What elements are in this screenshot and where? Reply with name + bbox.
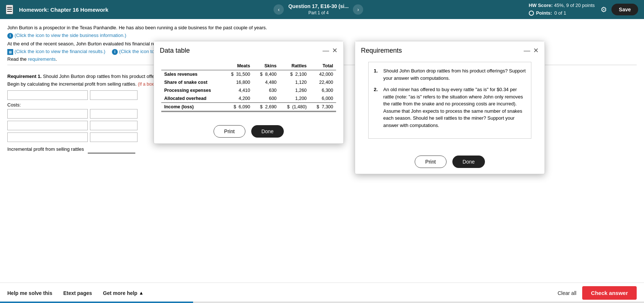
row-meats: 16,800 [223, 78, 253, 86]
data-table-title: Data table [160, 47, 190, 55]
cost-input-1b[interactable] [90, 109, 138, 119]
req-text-2: An old miner has offered to buy every ra… [383, 86, 526, 129]
cost-input-1a[interactable] [7, 109, 88, 119]
intro-paragraph: John Burton is a prospector in the Texas… [7, 25, 637, 30]
requirements-link[interactable]: requirements [28, 56, 56, 62]
incremental-value-input[interactable] [88, 144, 135, 154]
requirements-panel: Requirements — ✕ 1. Should John Burton d… [355, 41, 545, 174]
col-header-label [161, 62, 223, 70]
row-skins: $ 8,400 [253, 70, 279, 79]
list-item: 1. Should John Burton drop rattles from … [374, 67, 526, 82]
row-label: Income (loss) [161, 103, 223, 112]
question-title: Question 17, E16-30 (si... [288, 3, 349, 10]
data-table-print-button[interactable]: Print [214, 125, 245, 138]
row-meats: $ 31,500 [223, 70, 253, 79]
row-rattles: 1,200 [279, 94, 309, 103]
data-table-content: Meats Skins Rattles Total Sales revenues… [154, 58, 343, 119]
gear-icon[interactable]: ⚙ [600, 5, 607, 14]
requirements-done-button[interactable]: Done [452, 156, 485, 168]
cost-input-2a[interactable] [7, 121, 88, 130]
req-text-1: Should John Burton drop rattles from his… [383, 67, 526, 82]
financial-results-link[interactable]: (Click the icon to view the financial re… [15, 49, 106, 54]
col-header-total: Total [310, 62, 336, 70]
incremental-label: Incremental profit from selling rattles [7, 146, 84, 152]
side-business-row: i (Click the icon to view the side busin… [7, 33, 637, 39]
header-center: ‹ Question 17, E16-30 (si... Part 1 of 4… [114, 3, 523, 16]
row-rattles: $ 2,100 [279, 70, 309, 79]
header-right: ⚙ Save [600, 4, 638, 15]
points-label: Points: [536, 10, 552, 17]
data-table-controls: — ✕ [323, 46, 338, 55]
etext-pages-button[interactable]: Etext pages [63, 290, 92, 296]
requirements-content: 1. Should John Burton drop rattles from … [355, 58, 545, 150]
row-meats: 4,410 [223, 86, 253, 94]
cost-input-3a[interactable] [7, 132, 88, 142]
data-table-minimize-button[interactable]: — [323, 47, 329, 55]
row-skins: 630 [253, 86, 279, 94]
data-table-panel: Data table — ✕ Meats Skins Rattles Total [154, 41, 344, 144]
footer-right: Clear all Check answer [558, 286, 637, 300]
points-value: 0 of 1 [554, 10, 566, 17]
table-row: Processing expenses 4,410 630 1,260 6,30… [161, 86, 336, 94]
get-more-help-group: Get more help ▲ [103, 290, 144, 296]
info-icon-2[interactable]: i [112, 49, 118, 55]
row-skins: 4,480 [253, 78, 279, 86]
info-icon-1[interactable]: i [7, 33, 13, 39]
instruction-text: Begin by calculating the incremental pro… [7, 81, 136, 87]
table-row: Share of snake cost 16,800 4,480 1,120 2… [161, 78, 336, 86]
menu-icon[interactable]: ☰ [6, 5, 13, 14]
clear-all-button[interactable]: Clear all [558, 290, 576, 296]
col-header-rattles: Rattles [279, 62, 309, 70]
row-label: Processing expenses [161, 86, 223, 94]
check-answer-button[interactable]: Check answer [582, 286, 637, 300]
progress-bar-fill [0, 302, 193, 303]
row-rattles: 1,260 [279, 86, 309, 94]
row-meats: 4,200 [223, 94, 253, 103]
table-row: Allocated overhead 4,200 600 1,200 6,000 [161, 94, 336, 103]
row-skins: $ 2,690 [253, 103, 279, 112]
header: ☰ Homework: Chapter 16 Homework ‹ Questi… [0, 0, 644, 19]
data-table: Meats Skins Rattles Total Sales revenues… [161, 62, 336, 112]
chevron-up-icon: ▲ [139, 290, 144, 296]
cost-input-2b[interactable] [90, 121, 138, 130]
row-meats: $ 6,090 [223, 103, 253, 112]
chapter-title: Chapter 16 Homework [50, 7, 108, 13]
data-table-done-button[interactable]: Done [251, 125, 284, 138]
header-title: Homework: Chapter 16 Homework [19, 7, 108, 13]
prev-question-button[interactable]: ‹ [274, 4, 284, 15]
row-total: 22,400 [310, 78, 336, 86]
form-input-1b[interactable] [90, 90, 138, 100]
form-input-1a[interactable] [7, 90, 88, 100]
requirements-print-button[interactable]: Print [415, 156, 447, 168]
requirement-label: Requirement 1. [7, 74, 42, 79]
req-num-2: 2. [374, 86, 380, 129]
requirements-minimize-button[interactable]: — [524, 47, 530, 55]
col-header-meats: Meats [223, 62, 253, 70]
requirements-box: 1. Should John Burton drop rattles from … [368, 62, 531, 139]
save-button[interactable]: Save [611, 4, 638, 15]
req-num-1: 1. [374, 67, 380, 82]
data-table-footer: Print Done [154, 119, 343, 143]
next-question-button[interactable]: › [353, 4, 363, 15]
help-me-solve-button[interactable]: Help me solve this [7, 290, 52, 296]
main-content: John Burton is a prospector in the Texas… [0, 19, 644, 283]
data-table-panel-header: Data table — ✕ [154, 41, 343, 58]
homework-label: Homework: [19, 7, 49, 13]
row-total: 6,000 [310, 94, 336, 103]
table-row: Sales revenues $ 31,500 $ 8,400 $ 2,100 … [161, 70, 336, 79]
side-business-link[interactable]: (Click the icon to view the side busines… [15, 33, 127, 38]
requirements-panel-header: Requirements — ✕ [355, 41, 545, 58]
requirements-close-button[interactable]: ✕ [533, 46, 539, 55]
grid-icon[interactable]: ▦ [7, 49, 13, 55]
cost-input-3b[interactable] [90, 132, 138, 142]
row-rattles: $ (1,480) [279, 103, 309, 112]
row-total: $ 7,300 [310, 103, 336, 112]
row-label: Allocated overhead [161, 94, 223, 103]
row-total: 42,000 [310, 70, 336, 79]
score-info: HW Score: 45%, 9 of 20 points Points: 0 … [529, 2, 595, 17]
question-info: Question 17, E16-30 (si... Part 1 of 4 [288, 3, 349, 16]
table-row-total: Income (loss) $ 6,090 $ 2,690 $ (1,480) … [161, 103, 336, 112]
data-table-close-button[interactable]: ✕ [332, 46, 338, 55]
get-more-help-button[interactable]: Get more help [103, 290, 138, 296]
question-part: Part 1 of 4 [288, 10, 349, 16]
